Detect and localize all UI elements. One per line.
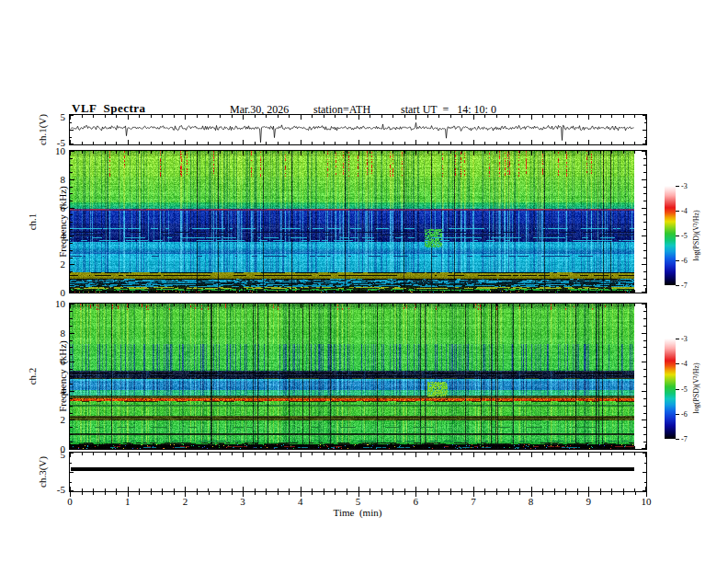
ch2-label-line2: Frequency (kHz)	[58, 340, 68, 412]
x-axis-tick	[197, 492, 198, 495]
ch1-colorbar-label: log(PSD)(V²/Hz)	[692, 210, 700, 260]
x-axis-tick	[427, 492, 428, 495]
ch2-colorbar-tick	[676, 389, 679, 390]
ch1-freq-tick-label: 4	[41, 230, 65, 241]
x-axis-tick	[635, 492, 636, 495]
x-axis-tick-label: 9	[586, 496, 592, 507]
ch1-colorbar-tick-label: -4	[681, 207, 688, 215]
ch1-freq-tick-label: 2	[41, 259, 65, 270]
ch3-waveform-panel	[69, 452, 647, 492]
x-axis-tick	[623, 492, 624, 495]
x-axis-tick	[220, 492, 221, 495]
ch2-colorbar-tick-label: -7	[681, 435, 688, 443]
ch3-volt-tick-label: -5	[41, 484, 65, 495]
x-axis-tick-label: 1	[125, 496, 131, 507]
ch2-colorbar-label: log(PSD)(V²/Hz)	[692, 362, 700, 413]
x-axis-tick	[289, 492, 290, 495]
ch2-freq-tick-label: 10	[41, 298, 65, 309]
ch1-freq-tick-label: 10	[41, 145, 65, 156]
ch1-spectrogram-panel	[69, 150, 647, 293]
ch2-spectrogram-canvas	[70, 304, 646, 449]
x-axis-tick-label: 6	[413, 496, 418, 507]
x-axis-tick-label: 5	[356, 496, 361, 507]
x-axis-tick	[105, 492, 106, 495]
x-axis-tick	[174, 492, 175, 495]
x-axis-tick	[255, 492, 256, 495]
x-axis-tick	[542, 492, 543, 495]
x-axis-tick	[496, 492, 497, 495]
ch1-freq-tick-label: 0	[41, 287, 65, 298]
x-axis-tick	[611, 492, 612, 495]
x-axis-tick	[347, 492, 347, 495]
time-axis-label: Time (min)	[334, 507, 382, 518]
ch1-spectrogram-canvas	[70, 151, 646, 293]
ch1-freq-tick-label: 6	[41, 202, 65, 213]
ch2-colorbar-tick-label: -4	[681, 360, 688, 368]
x-axis-tick	[151, 492, 152, 495]
x-axis-tick-label: 3	[240, 496, 245, 507]
x-axis-tick	[335, 492, 336, 495]
x-axis-tick	[370, 492, 370, 495]
ch1-colorbar-tick-label: -3	[681, 182, 688, 190]
x-axis-tick	[392, 492, 393, 495]
ch3-waveform-canvas	[70, 453, 646, 491]
x-axis-tick	[324, 492, 324, 495]
x-axis-tick	[232, 492, 233, 495]
ch1-colorbar-tick	[676, 211, 679, 212]
vlf-spectra-figure: VLF Spectra Mar.30, 2026 station=ATH sta…	[0, 0, 728, 563]
ch2-colorbar-tick-label: -6	[681, 409, 688, 418]
ch2-freq-tick-label: 6	[41, 356, 65, 367]
ch1-colorbar-tick-label: -7	[681, 282, 688, 290]
ch1-colorbar-tick	[676, 260, 679, 261]
x-axis-tick	[312, 492, 313, 495]
x-axis-tick	[484, 492, 485, 495]
x-axis-tick	[577, 492, 578, 495]
ch2-spectrogram-panel	[69, 303, 647, 450]
x-axis-tick-label: 4	[298, 496, 303, 507]
ch2-freq-tick-label: 0	[41, 443, 65, 454]
x-axis-tick	[116, 492, 117, 495]
x-axis-tick-label: 8	[529, 496, 534, 507]
ch2-colorbar-tick	[676, 363, 679, 364]
x-axis-tick	[508, 492, 509, 495]
x-axis-tick	[209, 492, 210, 495]
x-axis-tick	[381, 492, 382, 495]
ch1-label-line1: ch.1	[28, 186, 38, 258]
ch1-freq-tick-label: 8	[41, 174, 65, 185]
ch2-colorbar-tick-label: -5	[681, 385, 688, 393]
ch2-freq-tick-label: 8	[41, 327, 65, 339]
x-axis-tick	[266, 492, 267, 495]
ch2-colorbar-tick-label: -3	[681, 335, 688, 343]
x-axis-tick-label: 7	[471, 496, 476, 507]
ch1-waveform-panel	[69, 114, 647, 145]
ch1-colorbar-tick	[676, 236, 679, 236]
ch3-volt-axis-label: ch.3(V)	[38, 456, 48, 488]
x-axis-tick	[565, 492, 566, 495]
ch1-colorbar-tick	[676, 186, 679, 187]
ch2-freq-tick-label: 2	[41, 414, 65, 425]
ch1-colorbar-tick-label: -6	[681, 257, 688, 265]
x-axis-tick	[139, 492, 140, 495]
ch2-colorbar-tick	[676, 439, 679, 440]
x-axis-tick	[93, 492, 94, 495]
ch2-label-line1: ch.2	[28, 340, 38, 412]
ch1-volt-tick-label: 5	[41, 111, 65, 122]
ch2-colorbar-tick	[676, 414, 679, 415]
x-axis-tick	[600, 492, 601, 495]
x-axis-tick	[554, 492, 555, 495]
x-axis-tick	[404, 492, 405, 495]
x-axis-tick-label: 2	[183, 496, 188, 507]
x-axis-tick	[461, 492, 462, 495]
ch1-colorbar-tick-label: -5	[681, 232, 688, 240]
x-axis-tick	[438, 492, 439, 495]
x-axis-tick-label: 10	[642, 496, 652, 507]
ch2-colorbar-tick	[676, 339, 679, 339]
ch1-colorbar	[665, 186, 676, 285]
x-axis-tick	[450, 492, 451, 495]
x-axis-tick-label: 0	[67, 496, 73, 507]
ch1-colorbar-tick	[676, 285, 679, 286]
ch2-freq-tick-label: 4	[41, 385, 65, 396]
ch1-label-line2: Frequency (kHz)	[58, 186, 68, 258]
x-axis-tick	[278, 492, 279, 495]
x-axis-tick	[82, 492, 83, 495]
